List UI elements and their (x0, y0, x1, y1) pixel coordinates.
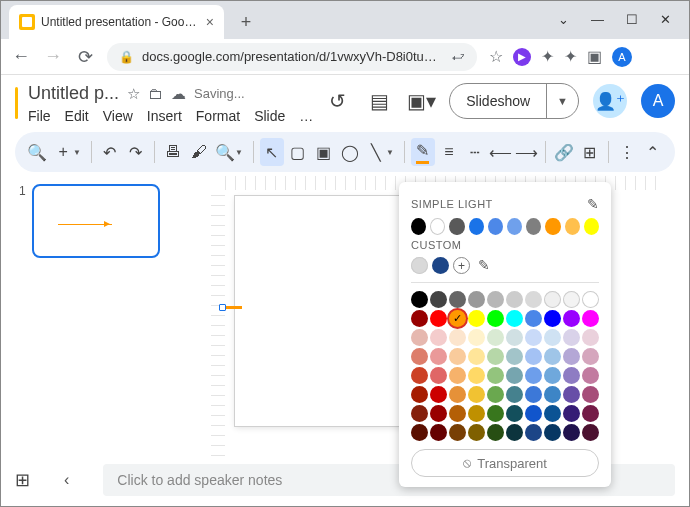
color-swatch[interactable] (506, 310, 523, 327)
edit-theme-icon[interactable]: ✎ (587, 196, 600, 212)
color-swatch[interactable] (525, 310, 542, 327)
color-swatch[interactable] (582, 367, 599, 384)
color-swatch[interactable] (430, 386, 447, 403)
url-input[interactable]: 🔒 docs.google.com/presentation/d/1vwxyVh… (107, 43, 477, 71)
line-weight-icon[interactable]: ≡ (437, 138, 461, 166)
color-swatch[interactable] (525, 329, 542, 346)
history-icon[interactable]: ↺ (323, 87, 351, 115)
color-swatch[interactable] (582, 348, 599, 365)
color-swatch[interactable] (411, 257, 428, 274)
color-swatch[interactable] (468, 424, 485, 441)
slideshow-caret[interactable]: ▼ (547, 95, 578, 107)
menu-insert[interactable]: Insert (147, 108, 182, 124)
color-swatch[interactable] (411, 405, 428, 422)
insert-comment-icon[interactable]: ⊞ (578, 138, 602, 166)
color-swatch[interactable] (544, 329, 561, 346)
doc-title[interactable]: Untitled p... (28, 83, 119, 104)
color-swatch[interactable] (544, 291, 561, 308)
browser-tab[interactable]: Untitled presentation - Google S × (9, 5, 224, 39)
star-icon[interactable]: ☆ (489, 47, 503, 66)
close-tab-icon[interactable]: × (206, 14, 214, 30)
color-swatch[interactable] (468, 405, 485, 422)
color-swatch[interactable] (582, 405, 599, 422)
color-swatch[interactable] (487, 386, 504, 403)
line-color-button[interactable]: ✎ (411, 138, 435, 166)
menu-file[interactable]: File (28, 108, 51, 124)
zoom-icon[interactable]: 🔍 (213, 138, 237, 166)
color-swatch[interactable] (468, 291, 485, 308)
color-swatch[interactable] (563, 386, 580, 403)
move-doc-icon[interactable]: 🗀 (148, 85, 163, 102)
color-swatch[interactable] (411, 348, 428, 365)
slides-logo[interactable] (15, 87, 18, 119)
color-swatch[interactable] (506, 424, 523, 441)
color-swatch[interactable] (563, 329, 580, 346)
search-menus-icon[interactable]: 🔍 (25, 138, 49, 166)
slideshow-button[interactable]: Slideshow ▼ (449, 83, 579, 119)
reload-button[interactable]: ⟳ (75, 46, 95, 68)
color-swatch[interactable] (565, 218, 580, 235)
line-dash-icon[interactable]: ┄ (463, 138, 487, 166)
color-swatch[interactable] (544, 367, 561, 384)
undo-icon[interactable]: ↶ (98, 138, 122, 166)
redo-icon[interactable]: ↷ (124, 138, 148, 166)
color-swatch[interactable] (468, 386, 485, 403)
color-swatch[interactable] (430, 310, 447, 327)
color-swatch[interactable] (545, 218, 560, 235)
insert-link-icon[interactable]: 🔗 (552, 138, 576, 166)
grid-view-icon[interactable]: ⊞ (15, 469, 30, 491)
color-swatch[interactable] (582, 424, 599, 441)
menu-view[interactable]: View (103, 108, 133, 124)
color-swatch[interactable] (411, 367, 428, 384)
color-swatch[interactable] (526, 218, 541, 235)
minimize-icon[interactable]: — (591, 12, 604, 27)
star-doc-icon[interactable]: ☆ (127, 85, 140, 103)
color-swatch[interactable] (487, 329, 504, 346)
color-swatch[interactable] (411, 424, 428, 441)
line-end-icon[interactable]: ⟶ (515, 138, 539, 166)
transparent-button[interactable]: ⦸ Transparent (411, 449, 599, 477)
color-swatch[interactable] (525, 367, 542, 384)
color-swatch[interactable] (449, 367, 466, 384)
line-tool-icon[interactable]: ╲ (364, 138, 388, 166)
color-swatch[interactable] (430, 291, 447, 308)
color-swatch[interactable] (488, 218, 503, 235)
color-swatch[interactable] (525, 348, 542, 365)
extensions-puzzle-icon[interactable]: ✦ (564, 47, 577, 66)
color-swatch[interactable] (563, 348, 580, 365)
back-button[interactable]: ← (11, 46, 31, 67)
extension-icon-2[interactable]: ✦ (541, 47, 554, 66)
color-swatch[interactable] (525, 405, 542, 422)
color-swatch[interactable] (506, 386, 523, 403)
maximize-icon[interactable]: ☐ (626, 12, 638, 27)
color-swatch[interactable] (525, 291, 542, 308)
resize-handle[interactable] (219, 304, 226, 311)
menu-more[interactable]: … (299, 108, 313, 124)
selected-line-handle[interactable] (219, 304, 242, 311)
line-start-icon[interactable]: ⟵ (489, 138, 513, 166)
color-swatch[interactable] (487, 405, 504, 422)
color-swatch[interactable] (468, 348, 485, 365)
share-button[interactable]: 👤⁺ (593, 84, 627, 118)
color-swatch[interactable] (430, 367, 447, 384)
color-swatch[interactable] (544, 405, 561, 422)
color-swatch[interactable] (487, 424, 504, 441)
chevron-down-icon[interactable]: ⌄ (558, 12, 569, 27)
close-window-icon[interactable]: ✕ (660, 12, 671, 27)
meet-icon[interactable]: ▣▾ (407, 87, 435, 115)
color-swatch[interactable] (487, 291, 504, 308)
color-swatch[interactable] (449, 386, 466, 403)
color-swatch[interactable] (544, 348, 561, 365)
color-swatch[interactable] (487, 367, 504, 384)
color-swatch[interactable] (449, 424, 466, 441)
color-swatch[interactable] (525, 424, 542, 441)
color-swatch[interactable] (430, 405, 447, 422)
color-swatch[interactable] (430, 424, 447, 441)
color-swatch[interactable] (507, 218, 522, 235)
new-slide-icon[interactable]: + (51, 138, 75, 166)
color-swatch[interactable] (584, 218, 599, 235)
collapse-toolbar-icon[interactable]: ⌃ (641, 138, 665, 166)
color-swatch[interactable] (506, 291, 523, 308)
color-swatch[interactable] (582, 329, 599, 346)
share-url-icon[interactable]: ⮐ (452, 49, 465, 64)
